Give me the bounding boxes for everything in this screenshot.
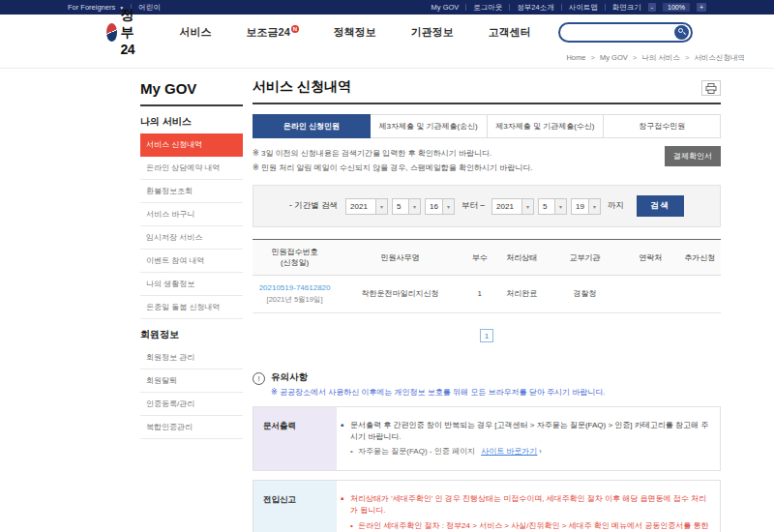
section-document-print: 문서출력 문서출력 후 간편인증 창이 반복되는 경우 [고객센터 > 자주묻는… bbox=[253, 406, 721, 471]
doc-print-line: 문서출력 후 간편인증 창이 반복되는 경우 [고객센터 > 자주묻는 질문(F… bbox=[341, 420, 710, 444]
zoom-in-button[interactable]: + bbox=[697, 3, 706, 12]
note-search-period: ※ 3일 이전의 신청내용은 검색기간을 입력한 후 확인하시기 바랍니다. bbox=[253, 146, 721, 161]
receipt-number-link[interactable]: 20210519-74612820 bbox=[254, 282, 335, 294]
doc-print-sub-line: 자주묻는 질문(FAQ) - 인증 페이지 사이트 바로가기› bbox=[350, 446, 710, 458]
gov24-logo-text: 정부24 bbox=[121, 7, 143, 57]
site-header: 정부24 서비스 보조금24N 정책정보 기관정보 고객센터 bbox=[0, 15, 774, 49]
note-spam-mail: ※ 민원 처리 알림 메일이 수신되지 않을 경우, 스팸메일함을 확인하시기 … bbox=[253, 161, 721, 175]
notice-block: 유의사항 ※ 공공장소에서 사용하신 이후에는 개인정보 보호를 위해 모든 브… bbox=[253, 371, 721, 398]
chevron-down-icon: ▾ bbox=[442, 199, 454, 214]
link-arrow-icon: › bbox=[539, 448, 541, 455]
new-badge: N bbox=[291, 25, 299, 33]
nav-subsidy24-label: 보조금24 bbox=[247, 26, 290, 38]
cell-extra bbox=[678, 276, 721, 312]
doc-print-sub-text: 자주묻는 질문(FAQ) - 인증 페이지 bbox=[358, 447, 475, 456]
from-day-value: 16 bbox=[426, 202, 442, 211]
sidebar: My GOV 나의 서비스 서비스 신청내역 온라인 상담예약 내역 환불정보조… bbox=[140, 78, 243, 532]
search-icon-handle bbox=[683, 32, 686, 35]
chevron-down-icon: ▾ bbox=[588, 199, 600, 214]
to-year-select[interactable]: 2021 ▾ bbox=[491, 198, 534, 215]
main-content: 서비스 신청내역 온라인 신청민원 제3자제출 및 기관제출(송신) 제3자제출… bbox=[253, 78, 721, 532]
sidebar-item-service-basket[interactable]: 서비스 바구니 bbox=[140, 203, 243, 226]
search-submit-button[interactable]: 검색 bbox=[637, 195, 684, 217]
tab-online-applications[interactable]: 온라인 신청민원 bbox=[253, 114, 371, 138]
sidebar-item-refund-info[interactable]: 환불정보조회 bbox=[140, 180, 243, 203]
breadcrumb-home[interactable]: Home bbox=[566, 53, 585, 62]
breadcrumb-current: 서비스신청내역 bbox=[695, 53, 746, 62]
notice-text: ※ 공공장소에서 사용하신 이후에는 개인정보 보호를 위해 모든 브라우저를 … bbox=[271, 387, 605, 398]
cell-receipt: 20210519-74612820 [2021년 5월19일] bbox=[253, 276, 337, 312]
from-month-select[interactable]: 5 ▾ bbox=[392, 198, 421, 215]
tab-third-party-receive[interactable]: 제3자제출 및 기관제출(수신) bbox=[488, 114, 605, 138]
move-in-warning-sub: 온라인 세대주확인 절차 : 정부24 > 서비스 > 사실/진위확인 > 세대… bbox=[350, 520, 710, 532]
col-extra: 추가신청 bbox=[678, 240, 721, 276]
move-in-warning: 처리상태가 '세대주확인' 인 경우 진행상태는 미접수이며, 세대주확인 절차… bbox=[341, 493, 710, 517]
col-count: 부수 bbox=[463, 240, 496, 276]
col-contact: 연락처 bbox=[622, 240, 678, 276]
breadcrumb-separator: > bbox=[633, 53, 637, 62]
page-1-button[interactable]: 1 bbox=[480, 329, 493, 342]
sidebar-item-service-applications[interactable]: 서비스 신청내역 bbox=[140, 133, 243, 157]
section-label: 전입신고 bbox=[253, 481, 337, 532]
print-icon bbox=[705, 83, 717, 94]
breadcrumb-my-services[interactable]: 나의 서비스 bbox=[641, 53, 680, 62]
sidebar-section-member-info: 회원정보 bbox=[140, 319, 243, 346]
from-day-select[interactable]: 16 ▾ bbox=[425, 198, 455, 215]
search-button[interactable] bbox=[674, 25, 689, 40]
to-year-value: 2021 bbox=[492, 202, 521, 211]
gov24-logo[interactable]: 정부24 bbox=[106, 7, 143, 57]
sidebar-item-care-applications[interactable]: 온종일 돌봄 신청내역 bbox=[140, 296, 243, 319]
pagination: 1 bbox=[253, 325, 721, 342]
tab-bar: 온라인 신청민원 제3자제출 및 기관제출(송신) 제3자제출 및 기관제출(수… bbox=[253, 114, 721, 138]
sidebar-item-online-consult[interactable]: 온라인 상담예약 내역 bbox=[140, 157, 243, 180]
to-day-select[interactable]: 19 ▾ bbox=[571, 198, 601, 215]
sidebar-item-temp-saved[interactable]: 임시저장 서비스 bbox=[140, 226, 243, 250]
from-month-value: 5 bbox=[393, 202, 408, 211]
section-move-in-report: 전입신고 처리상태가 '세대주확인' 인 경우 진행상태는 미접수이며, 세대주… bbox=[253, 480, 721, 532]
table-header-row: 민원접수번호 (신청일) 민원사무명 부수 처리상태 교부기관 연락처 추가신청 bbox=[253, 240, 721, 276]
col-agency: 교부기관 bbox=[548, 240, 622, 276]
cell-agency: 경찰청 bbox=[548, 276, 622, 312]
main-nav: 서비스 보조금24N 정책정보 기관정보 고객센터 bbox=[180, 25, 531, 40]
col-service-name: 민원사무명 bbox=[337, 240, 463, 276]
breadcrumb-mygov[interactable]: My GOV bbox=[600, 53, 628, 62]
notice-title: 유의사항 bbox=[271, 371, 605, 384]
to-day-value: 19 bbox=[572, 202, 588, 211]
section-label: 문서출력 bbox=[253, 407, 337, 470]
period-filter: - 기간별 검색 2021 ▾ 5 ▾ 16 ▾ 부터 – 2021 ▾ 5 ▾ bbox=[253, 185, 721, 227]
sidebar-item-member-withdraw[interactable]: 회원탈퇴 bbox=[140, 369, 243, 393]
payment-confirmation-button[interactable]: 결제확인서 bbox=[665, 146, 721, 166]
print-button[interactable] bbox=[701, 80, 721, 96]
sidebar-item-event-history[interactable]: 이벤트 참여 내역 bbox=[140, 250, 243, 273]
breadcrumb-separator: > bbox=[591, 53, 595, 62]
nav-subsidy24[interactable]: 보조금24N bbox=[247, 25, 299, 40]
to-month-select[interactable]: 5 ▾ bbox=[538, 198, 567, 215]
tab-counter-applications[interactable]: 창구접수민원 bbox=[604, 114, 721, 138]
to-suffix: 까지 bbox=[608, 200, 624, 212]
nav-policy[interactable]: 정책정보 bbox=[334, 25, 376, 40]
faq-site-link[interactable]: 사이트 바로가기 bbox=[481, 447, 537, 456]
chevron-down-icon: ▾ bbox=[408, 199, 420, 214]
nav-agency[interactable]: 기관정보 bbox=[411, 25, 454, 40]
nav-support[interactable]: 고객센터 bbox=[489, 25, 531, 40]
chevron-down-icon: ▾ bbox=[375, 199, 387, 214]
from-year-value: 2021 bbox=[346, 202, 375, 211]
sidebar-item-cert-manage[interactable]: 인증등록/관리 bbox=[140, 393, 243, 416]
page-title: 서비스 신청내역 bbox=[253, 78, 351, 96]
col-receipt-no: 민원접수번호 (신청일) bbox=[253, 240, 337, 276]
sidebar-item-life-info[interactable]: 나의 생활정보 bbox=[140, 273, 243, 296]
search-icon bbox=[678, 28, 683, 33]
sidebar-item-multi-auth[interactable]: 복합인증관리 bbox=[140, 416, 243, 439]
cell-count: 1 bbox=[463, 276, 496, 312]
period-filter-label: - 기간별 검색 bbox=[289, 200, 338, 212]
from-year-select[interactable]: 2021 ▾ bbox=[345, 198, 388, 215]
nav-services[interactable]: 서비스 bbox=[180, 25, 212, 40]
applications-table: 민원접수번호 (신청일) 민원사무명 부수 처리상태 교부기관 연락처 추가신청… bbox=[253, 239, 721, 313]
receipt-date: [2021년 5월19일] bbox=[254, 294, 335, 305]
alert-bulb-icon bbox=[253, 372, 265, 385]
sidebar-item-member-manage[interactable]: 회원정보 관리 bbox=[140, 346, 243, 369]
search-input[interactable] bbox=[568, 28, 674, 37]
header-search bbox=[558, 22, 693, 43]
sidebar-section-my-services: 나의 서비스 bbox=[140, 106, 243, 133]
tab-third-party-send[interactable]: 제3자제출 및 기관제출(송신) bbox=[371, 114, 488, 138]
